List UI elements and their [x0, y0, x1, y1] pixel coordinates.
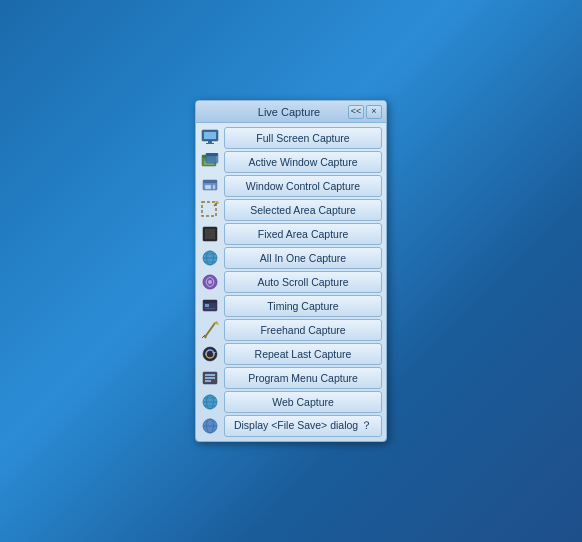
repeat-last-button[interactable]: Repeat Last Capture	[224, 343, 382, 365]
timing-icon	[200, 296, 220, 316]
capture-item-fixed-area: Fixed Area Capture	[200, 223, 382, 245]
capture-item-window-control: Window Control Capture	[200, 175, 382, 197]
capture-item-selected-area: Selected Area Capture	[200, 199, 382, 221]
svg-point-33	[203, 347, 217, 361]
window-control-icon	[200, 176, 220, 196]
svg-rect-3	[206, 143, 214, 144]
selected-area-icon	[200, 200, 220, 220]
program-menu-button[interactable]: Program Menu Capture	[224, 367, 382, 389]
collapse-button[interactable]: <<	[348, 105, 364, 119]
title-controls: << ×	[348, 105, 382, 119]
capture-item-web: Web Capture	[200, 391, 382, 413]
svg-rect-13	[202, 202, 216, 216]
svg-rect-27	[205, 304, 209, 307]
file-save-icon	[200, 416, 220, 436]
window-control-button[interactable]: Window Control Capture	[224, 175, 382, 197]
panel-title: Live Capture	[200, 106, 348, 118]
svg-rect-8	[206, 153, 218, 156]
freehand-button[interactable]: Freehand Capture	[224, 319, 382, 341]
svg-point-24	[208, 280, 212, 284]
live-capture-panel: Live Capture << × Full Screen CaptureAct…	[195, 100, 387, 442]
active-window-icon	[200, 152, 220, 172]
fixed-area-button[interactable]: Fixed Area Capture	[224, 223, 382, 245]
full-screen-button[interactable]: Full Screen Capture	[224, 127, 382, 149]
capture-item-freehand: Freehand Capture	[200, 319, 382, 341]
svg-rect-38	[205, 380, 211, 382]
selected-area-button[interactable]: Selected Area Capture	[224, 199, 382, 221]
all-in-one-button[interactable]: All In One Capture	[224, 247, 382, 269]
capture-item-full-screen: Full Screen Capture	[200, 127, 382, 149]
active-window-button[interactable]: Active Window Capture	[224, 151, 382, 173]
svg-rect-17	[205, 229, 215, 239]
title-bar: Live Capture << ×	[196, 101, 386, 123]
full-screen-icon	[200, 128, 220, 148]
web-button[interactable]: Web Capture	[224, 391, 382, 413]
fixed-area-icon	[200, 224, 220, 244]
repeat-last-icon	[200, 344, 220, 364]
svg-rect-11	[205, 185, 211, 189]
capture-item-auto-scroll: Auto Scroll Capture	[200, 271, 382, 293]
all-in-one-icon	[200, 248, 220, 268]
web-icon	[200, 392, 220, 412]
close-button[interactable]: ×	[366, 105, 382, 119]
auto-scroll-icon	[200, 272, 220, 292]
svg-rect-1	[204, 132, 216, 139]
svg-rect-37	[205, 377, 215, 379]
svg-rect-36	[205, 374, 215, 376]
capture-item-file-save: Display <File Save> dialog ？	[200, 415, 382, 437]
freehand-icon	[200, 320, 220, 340]
auto-scroll-button[interactable]: Auto Scroll Capture	[224, 271, 382, 293]
file-save-button[interactable]: Display <File Save> dialog ？	[224, 415, 382, 437]
capture-item-repeat-last: Repeat Last Capture	[200, 343, 382, 365]
svg-rect-2	[208, 141, 212, 143]
timing-button[interactable]: Timing Capture	[224, 295, 382, 317]
capture-item-all-in-one: All In One Capture	[200, 247, 382, 269]
capture-item-timing: Timing Capture	[200, 295, 382, 317]
capture-item-active-window: Active Window Capture	[200, 151, 382, 173]
items-container: Full Screen CaptureActive Window Capture…	[196, 123, 386, 441]
program-menu-icon	[200, 368, 220, 388]
svg-rect-10	[203, 180, 217, 183]
svg-line-29	[205, 323, 215, 337]
svg-rect-26	[203, 300, 217, 303]
svg-rect-28	[205, 308, 215, 309]
capture-item-program-menu: Program Menu Capture	[200, 367, 382, 389]
svg-rect-12	[213, 185, 215, 189]
